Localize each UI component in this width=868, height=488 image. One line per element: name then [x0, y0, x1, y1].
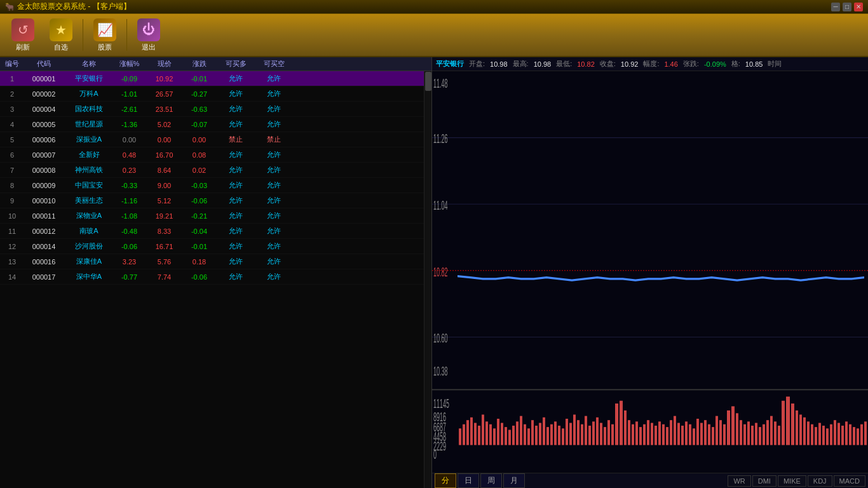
window-controls[interactable]: ─ □ ✕: [831, 3, 863, 11]
watchlist-row[interactable]: 5 000006 深振业A 0.00 0.00 0.00 禁止 禁止: [0, 132, 424, 147]
svg-rect-42: [573, 414, 576, 445]
row-change-pct: -0.06: [112, 243, 147, 250]
row-name: 深物业A: [66, 211, 112, 220]
row-name: 沙河股份: [66, 241, 112, 251]
row-change: -0.06: [182, 197, 217, 205]
svg-rect-105: [818, 423, 821, 445]
watchlist-row[interactable]: 12 000014 沙河股份 -0.06 16.71 -0.01 允许 允许: [0, 239, 424, 254]
svg-rect-56: [628, 420, 630, 445]
minimize-button[interactable]: ─: [831, 3, 840, 11]
row-change: 0.02: [182, 166, 217, 174]
watchlist-row[interactable]: 6 000007 全新好 0.48 16.70 0.08 允许 允许: [0, 147, 424, 163]
range-val: 1.46: [664, 60, 677, 68]
svg-rect-83: [731, 406, 735, 445]
row-price: 10.92: [147, 75, 182, 83]
refresh-icon: ↺: [11, 18, 34, 41]
tab-macd[interactable]: MACD: [834, 475, 865, 487]
row-buy-short: 允许: [255, 241, 293, 251]
watchlist-row[interactable]: 3 000004 国农科技 -2.61 23.51 -0.63 允许 允许: [0, 102, 424, 117]
scroll-thumb[interactable]: [425, 72, 431, 91]
chart-tabs: 分 日 周 月 WR DMI MIKE KDJ MACD: [432, 473, 868, 488]
row-num: 13: [3, 258, 22, 266]
watchlist-row[interactable]: 9 000010 美丽生态 -1.16 5.12 -0.06 允许 允许: [0, 193, 424, 208]
watchlist-row[interactable]: 8 000009 中国宝安 -0.33 9.00 -0.03 允许 允许: [0, 178, 424, 193]
svg-text:11.48: 11.48: [433, 76, 448, 90]
row-change-pct: -2.61: [112, 105, 147, 113]
svg-text:11.26: 11.26: [433, 132, 448, 146]
refresh-button[interactable]: ↺ 刷新: [5, 17, 41, 53]
svg-rect-17: [478, 426, 480, 445]
row-change-pct: -0.48: [112, 227, 147, 235]
tab-month[interactable]: 月: [503, 473, 525, 488]
tab-wr[interactable]: WR: [728, 475, 750, 487]
tab-min[interactable]: 分: [435, 473, 456, 488]
svg-rect-74: [696, 419, 699, 445]
tab-dmi[interactable]: DMI: [752, 475, 776, 487]
row-name: 中国宝安: [66, 180, 112, 190]
tab-kdj[interactable]: KDJ: [808, 475, 832, 487]
row-change-pct: 0.23: [112, 166, 147, 174]
chart-info-bar: 平安银行 开盘: 10.98 最高: 10.98 最低: 10.82 收盘: 1…: [432, 57, 868, 71]
row-buy-long: 禁止: [217, 135, 255, 144]
svg-text:10.60: 10.60: [433, 331, 448, 345]
svg-rect-85: [740, 420, 742, 445]
row-num: 11: [3, 227, 22, 235]
svg-rect-103: [811, 424, 813, 445]
svg-rect-98: [791, 403, 794, 445]
watchlist-row[interactable]: 1 000001 平安银行 -0.09 10.92 -0.01 允许 允许: [0, 71, 424, 86]
row-price: 8.64: [147, 166, 182, 174]
watchlist-row[interactable]: 13 000016 深康佳A 3.23 5.76 0.18 允许 允许: [0, 254, 424, 269]
row-code: 000007: [22, 151, 66, 159]
high-label: 最高:: [513, 59, 529, 69]
svg-rect-28: [520, 416, 522, 445]
chart-stock-name: 平安银行: [436, 59, 464, 69]
close-label: 收盘:: [600, 59, 616, 69]
row-buy-long: 允许: [217, 180, 255, 190]
maximize-button[interactable]: □: [843, 3, 851, 11]
col-price: 现价: [147, 59, 182, 69]
row-code: 000002: [22, 90, 66, 98]
svg-rect-71: [685, 421, 688, 445]
title-bar: 🐂 金太郎股票交易系统 - 【客户端】 ─ □ ✕: [0, 0, 868, 14]
row-num: 7: [3, 166, 22, 174]
chart-panel: 平安银行 开盘: 10.98 最高: 10.98 最低: 10.82 收盘: 1…: [432, 57, 868, 488]
row-buy-short: 允许: [255, 196, 293, 205]
high-val: 10.98: [534, 60, 552, 68]
row-num: 8: [3, 182, 22, 189]
svg-rect-76: [704, 420, 707, 445]
watchlist-row[interactable]: 10 000011 深物业A -1.08 19.21 -0.21 允许 允许: [0, 208, 424, 224]
row-buy-short: 允许: [255, 180, 293, 190]
watchlist-scrollbar[interactable]: [424, 71, 431, 488]
watchlist-row[interactable]: 7 000008 神州高铁 0.23 8.64 0.02 允许 允许: [0, 163, 424, 178]
exit-button[interactable]: ⏻ 退出: [131, 17, 166, 53]
row-name: 万科A: [66, 89, 112, 98]
close-button[interactable]: ✕: [854, 3, 863, 11]
row-price: 8.33: [147, 227, 182, 235]
svg-rect-30: [527, 428, 530, 445]
watchlist-panel: 编号 代码 名称 涨幅% 现价 涨跌 可买多 可买空 1 000001 平安银行…: [0, 57, 432, 488]
watchlist-row[interactable]: 2 000002 万科A -1.01 26.57 -0.27 允许 允许: [0, 86, 424, 102]
watchlist-row[interactable]: 14 000017 深中华A -0.77 7.74 -0.06 允许 允许: [0, 269, 424, 285]
svg-rect-0: [432, 71, 868, 473]
row-buy-long: 允许: [217, 89, 255, 98]
svg-rect-27: [516, 421, 519, 445]
row-name: 深康佳A: [66, 257, 112, 266]
tab-mike[interactable]: MIKE: [778, 475, 806, 487]
row-name: 深中华A: [66, 272, 112, 281]
row-num: 1: [3, 75, 22, 83]
watchlist-row[interactable]: 4 000005 世纪星源 -1.36 5.02 -0.07 允许 允许: [0, 117, 424, 132]
tab-day[interactable]: 日: [458, 473, 479, 488]
row-change: 0.18: [182, 258, 217, 266]
row-code: 000006: [22, 136, 66, 144]
svg-text:11145: 11145: [433, 396, 449, 410]
favorites-button[interactable]: ★ 自选: [43, 17, 79, 53]
stocks-button[interactable]: 📈 股票: [87, 17, 123, 53]
chart-svg: 11.48 11.26 11.04 10.82 10.60 10.38: [432, 71, 868, 473]
watchlist-row[interactable]: 11 000012 南玻A -0.48 8.33 -0.04 允许 允许: [0, 224, 424, 239]
row-name: 世纪星源: [66, 119, 112, 129]
svg-rect-117: [864, 421, 867, 445]
row-num: 2: [3, 90, 22, 98]
svg-rect-15: [470, 417, 473, 445]
row-change: -0.63: [182, 105, 217, 113]
tab-week[interactable]: 周: [480, 473, 502, 488]
